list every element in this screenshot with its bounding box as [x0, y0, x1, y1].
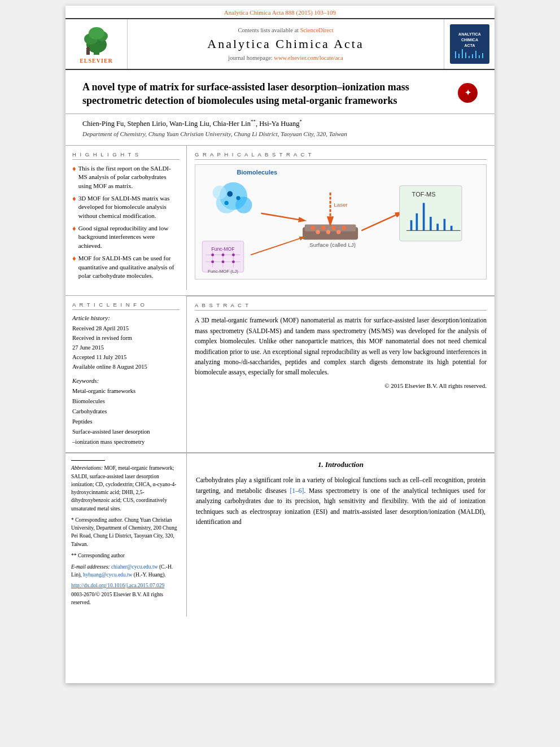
email-link-2[interactable]: hyhuang@cycu.edu.tw [83, 572, 132, 578]
received-date: Received 28 April 2015 [72, 324, 180, 334]
keyword-2: Biomolecules [72, 396, 180, 407]
revised-date: 27 June 2015 [72, 343, 180, 353]
svg-text:TOF-MS: TOF-MS [412, 191, 436, 198]
crossmark-badge[interactable]: ✦ [458, 83, 478, 103]
abbreviations-text: Abbreviations: MOF, metal-organic framew… [71, 464, 181, 513]
article-title: A novel type of matrix for surface-assis… [82, 80, 452, 108]
reference-1-6: [1–6] [290, 487, 304, 494]
highlight-item-2: ♦ 3D MOF for SALDI-MS matrix was develop… [72, 194, 180, 220]
doi-link[interactable]: http://dx.doi.org/10.1016/j.aca.2015.07.… [71, 583, 164, 588]
svg-point-66 [232, 260, 235, 263]
highlights-col: H I G H L I G H T S ♦ This is the first … [65, 146, 187, 290]
svg-text:ANALYTICA: ANALYTICA [458, 32, 481, 36]
highlight-text-3: Good signal reproducibility and low back… [78, 224, 180, 250]
svg-rect-6 [86, 50, 90, 55]
corresponding-note-1: * Corresponding author. Chung Yuan Chris… [71, 516, 181, 548]
journal-logo-box: ANALYTICA CHIMICA ACTA [444, 19, 495, 69]
introduction-text: Carbohydrates play a significant role in… [196, 475, 485, 527]
svg-point-36 [342, 226, 346, 230]
keywords-title: Keywords: [72, 377, 180, 384]
journal-citation-bar: Analytica Chimica Acta 888 (2015) 103–10… [65, 6, 495, 19]
journal-homepage-line: journal homepage: www.elsevier.com/locat… [228, 55, 343, 61]
svg-point-39 [336, 230, 340, 234]
svg-point-26 [213, 186, 227, 200]
svg-text:Func-MOF: Func-MOF [212, 246, 235, 252]
crossmark-icon: ✦ [458, 83, 478, 103]
elsevier-label: ELSEVIER [80, 58, 113, 64]
svg-point-27 [227, 191, 233, 196]
revised-label: Received in revised form [72, 334, 180, 343]
abstract-label: A B S T R A C T [195, 302, 487, 311]
svg-point-29 [225, 201, 229, 205]
accepted-date: Accepted 11 July 2015 [72, 353, 180, 362]
bullet-icon-1: ♦ [72, 164, 76, 173]
elsevier-tree-icon [77, 25, 116, 56]
highlight-text-4: MOF for SALDI-MS can be used for quantit… [78, 254, 180, 280]
abstract-text: A 3D metal-organic framework (MOF) nanom… [195, 315, 487, 377]
abstract-copyright: © 2015 Elsevier B.V. All rights reserved… [195, 382, 487, 389]
journal-header: ELSEVIER Contents lists available at Sci… [65, 19, 495, 70]
bullet-icon-4: ♦ [72, 254, 76, 263]
keyword-6: –ionization mass spectrometry [72, 437, 180, 447]
history-title: Article history: [72, 314, 180, 321]
aca-logo: ANALYTICA CHIMICA ACTA [450, 24, 489, 64]
bullet-icon-2: ♦ [72, 194, 76, 203]
highlight-text-2: 3D MOF for SALDI-MS matrix was developed… [78, 194, 180, 220]
journal-homepage-link[interactable]: www.elsevier.com/locate/aca [274, 55, 343, 61]
graphical-abstract-illustration: Biomolecules [195, 165, 486, 279]
svg-point-37 [316, 230, 320, 234]
keyword-3: Carbohydrates [72, 407, 180, 417]
highlight-item-1: ♦ This is the first report on the SALDI-… [72, 164, 180, 190]
svg-text:Surface (called LJ): Surface (called LJ) [309, 241, 356, 247]
keyword-1: Metal-organic frameworks [72, 386, 180, 396]
svg-text:Laser: Laser [334, 201, 348, 207]
elsevier-logo-box: ELSEVIER [65, 19, 128, 69]
issn-line: 0003-2670/© 2015 Elsevier B.V. All right… [71, 591, 181, 607]
highlight-item-3: ♦ Good signal reproducibility and low ba… [72, 224, 180, 250]
svg-point-4 [89, 27, 104, 40]
introduction-title: 1. Introduction [196, 460, 485, 469]
article-info-label: A R T I C L E I N F O [72, 302, 180, 310]
email-block: E-mail addresses: chiaher@cycu.edu.tw (C… [71, 563, 181, 579]
article-info-col: A R T I C L E I N F O Article history: R… [65, 296, 187, 452]
sciencedirect-link[interactable]: ScienceDirect [300, 27, 334, 33]
svg-point-35 [332, 226, 336, 230]
article-info-abstract-section: A R T I C L E I N F O Article history: R… [65, 295, 495, 452]
footnote-col: Abbreviations: MOF, metal-organic framew… [65, 453, 187, 617]
article-title-section: A novel type of matrix for surface-assis… [65, 70, 495, 114]
svg-text:CHIMICA: CHIMICA [461, 38, 478, 42]
svg-point-63 [232, 254, 235, 256]
journal-citation: Analytica Chimica Acta 888 (2015) 103–10… [224, 9, 336, 16]
sciencedirect-line: Contents lists available at ScienceDirec… [238, 27, 333, 33]
svg-point-62 [222, 254, 225, 256]
available-date: Available online 8 August 2015 [72, 362, 180, 372]
journal-center: Contents lists available at ScienceDirec… [128, 19, 444, 69]
highlights-ga-section: H I G H L I G H T S ♦ This is the first … [65, 145, 495, 290]
main-content-section: Abbreviations: MOF, metal-organic framew… [65, 452, 495, 617]
svg-point-33 [311, 226, 315, 230]
svg-text:Func-MOF (LJ): Func-MOF (LJ) [208, 269, 238, 274]
highlight-item-4: ♦ MOF for SALDI-MS can be used for quant… [72, 254, 180, 280]
svg-point-61 [211, 254, 214, 256]
abstract-col: A B S T R A C T A 3D metal-organic frame… [187, 296, 495, 452]
keyword-5: Surface-assisted laser desorption [72, 427, 180, 437]
highlights-label: H I G H L I G H T S [72, 151, 180, 160]
authors-line: Chien-Ping Fu, Stephen Lirio, Wan-Ling L… [82, 119, 478, 128]
svg-point-64 [211, 260, 214, 263]
svg-text:Biomolecules: Biomolecules [237, 169, 278, 176]
svg-point-38 [326, 230, 330, 234]
bullet-icon-3: ♦ [72, 224, 76, 233]
svg-point-65 [222, 260, 225, 263]
graphical-abstract-label: G R A P H I C A L A B S T R A C T [195, 151, 487, 160]
svg-point-28 [236, 196, 240, 200]
affiliation-line: Department of Chemistry, Chung Yuan Chri… [82, 130, 478, 137]
svg-text:ACTA: ACTA [464, 43, 475, 47]
graphical-abstract-box: Biomolecules [195, 164, 487, 279]
corresponding-note-2: ** Corresponding author [71, 552, 181, 560]
authors-section: Chien-Ping Fu, Stephen Lirio, Wan-Ling L… [65, 114, 495, 139]
introduction-col: 1. Introduction Carbohydrates play a sig… [187, 453, 495, 617]
graphical-abstract-col: G R A P H I C A L A B S T R A C T Biomol… [187, 146, 495, 290]
journal-title: Analytica Chimica Acta [207, 37, 364, 51]
footnote-divider [71, 460, 105, 461]
email-link-1[interactable]: chiaher@cycu.edu.tw [111, 564, 158, 570]
